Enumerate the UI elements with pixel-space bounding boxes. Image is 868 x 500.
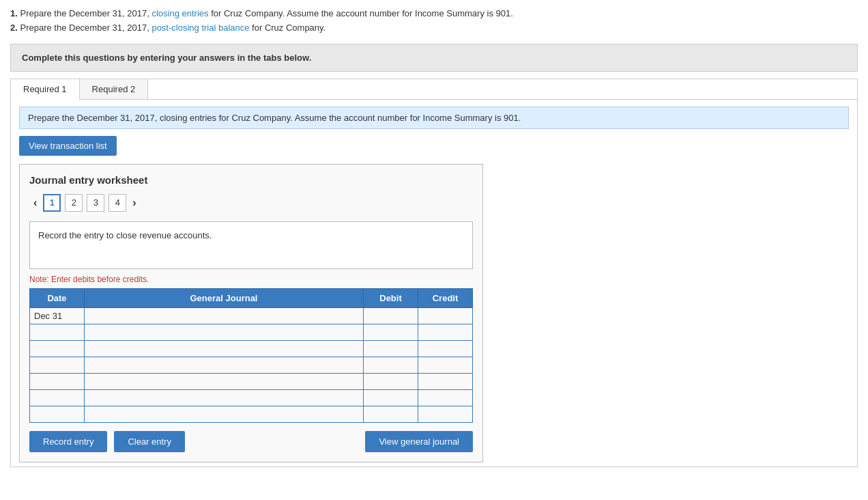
entry-note: Note: Enter debits before credits. [29,275,473,284]
row1-gj-input[interactable] [85,308,363,324]
worksheet-container: Journal entry worksheet ‹ 1 2 3 4 › Reco… [19,164,483,462]
row5-debit-input[interactable] [364,374,418,389]
notice-box: Complete this questions by entering your… [10,44,858,72]
table-row [30,324,473,340]
row6-debit[interactable] [364,389,418,406]
pagination-row: ‹ 1 2 3 4 › [29,194,473,212]
record-entry-button[interactable]: Record entry [29,431,107,452]
post-closing-link[interactable]: post-closing trial balance [151,23,249,33]
row4-debit-input[interactable] [364,357,418,373]
tab-description: Prepare the December 31, 2017, closing e… [19,107,849,129]
row1-date: Dec 31 [30,307,85,324]
page-button-3[interactable]: 3 [87,194,104,212]
row2-debit-input[interactable] [364,324,418,340]
row1-credit-input[interactable] [418,308,472,324]
row2-credit-input[interactable] [418,324,472,340]
row4-gj-input[interactable] [85,357,363,373]
row2-date [30,324,85,340]
tab-required2[interactable]: Required 2 [80,79,149,100]
row5-date [30,373,85,389]
row1-debit[interactable] [364,307,418,324]
col-header-credit: Credit [418,288,473,307]
tab-required1[interactable]: Required 1 [11,79,80,100]
worksheet-title: Journal entry worksheet [29,174,473,186]
table-row [30,373,473,389]
tabs-container: Required 1 Required 2 [10,79,858,100]
row2-debit[interactable] [364,324,418,340]
row4-gj[interactable] [85,357,364,373]
page-button-2[interactable]: 2 [65,194,83,212]
row3-date [30,340,85,357]
row2-gj[interactable] [85,324,364,340]
row6-debit-input[interactable] [364,390,418,406]
instruction-line2: 2. Prepare the December 31, 2017, post-c… [10,21,858,36]
row4-credit-input[interactable] [418,357,472,373]
page-button-1[interactable]: 1 [43,194,61,212]
row5-credit-input[interactable] [418,374,472,389]
row3-gj[interactable] [85,340,364,357]
row3-debit-input[interactable] [364,341,418,357]
row2-gj-input[interactable] [85,324,363,340]
col-header-general-journal: General Journal [85,288,364,307]
row7-gj[interactable] [85,406,364,422]
row3-debit[interactable] [364,340,418,357]
row7-gj-input[interactable] [85,406,363,422]
row7-credit[interactable] [418,406,473,422]
tab-description-text: Prepare the December 31, 2017, closing e… [28,113,521,123]
row6-credit-input[interactable] [418,390,472,406]
row7-credit-input[interactable] [418,406,472,422]
table-row [30,340,473,357]
tabs-row: Required 1 Required 2 [11,79,857,100]
row3-credit[interactable] [418,340,473,357]
col-header-date: Date [30,288,85,307]
next-page-button[interactable]: › [128,195,140,210]
journal-table: Date General Journal Debit Credit [29,288,473,423]
table-row [30,357,473,373]
clear-entry-button[interactable]: Clear entry [114,431,185,452]
row6-date [30,389,85,406]
row7-date [30,406,85,422]
row5-debit[interactable] [364,373,418,389]
row7-debit-input[interactable] [364,406,418,422]
col-header-debit: Debit [364,288,418,307]
row3-gj-input[interactable] [85,341,363,357]
entry-instruction-text: Record the entry to close revenue accoun… [38,230,212,240]
closing-entries-link[interactable]: closing entries [151,8,208,18]
row2-credit[interactable] [418,324,473,340]
prev-page-button[interactable]: ‹ [29,195,41,210]
page-button-4[interactable]: 4 [108,194,126,212]
row4-credit[interactable] [418,357,473,373]
view-general-journal-button[interactable]: View general journal [365,431,473,452]
tab-content-required1: Prepare the December 31, 2017, closing e… [10,100,858,467]
row4-date [30,357,85,373]
entry-instruction-box: Record the entry to close revenue accoun… [29,221,473,269]
worksheet-button-row: Record entry Clear entry View general jo… [29,431,473,452]
notice-text: Complete this questions by entering your… [22,53,311,63]
instructions: 1. Prepare the December 31, 2017, closin… [10,7,858,36]
row6-credit[interactable] [418,389,473,406]
table-row [30,406,473,422]
row6-gj[interactable] [85,389,364,406]
row4-debit[interactable] [364,357,418,373]
row1-debit-input[interactable] [364,308,418,324]
row6-gj-input[interactable] [85,390,363,406]
table-row [30,389,473,406]
table-row: Dec 31 [30,307,473,324]
row1-credit[interactable] [418,307,473,324]
row1-gj[interactable] [85,307,364,324]
row5-gj[interactable] [85,373,364,389]
view-transaction-list-button[interactable]: View transaction list [19,136,117,156]
row7-debit[interactable] [364,406,418,422]
row5-credit[interactable] [418,373,473,389]
instruction-line1: 1. Prepare the December 31, 2017, closin… [10,7,858,21]
row3-credit-input[interactable] [418,341,472,357]
row5-gj-input[interactable] [85,374,363,389]
